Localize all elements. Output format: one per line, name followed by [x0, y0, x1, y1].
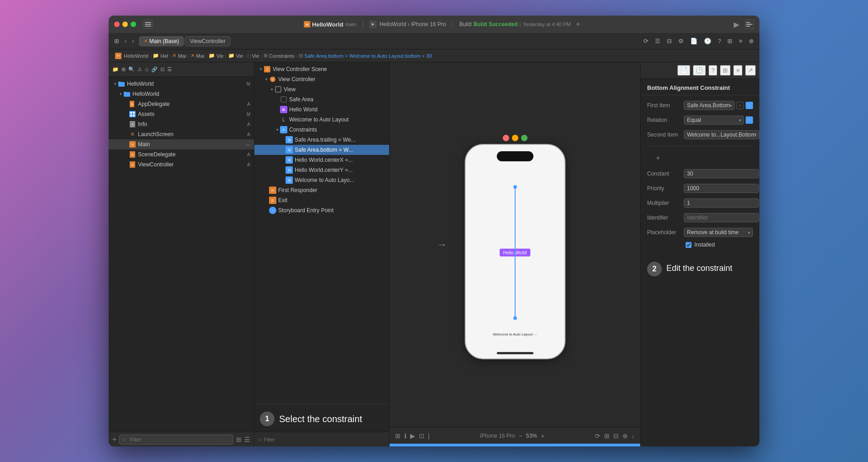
settings-button[interactable]: ⚙: [676, 37, 686, 45]
close-button[interactable]: [114, 22, 120, 27]
nav-forward-button[interactable]: ›: [130, 37, 136, 45]
doc-button[interactable]: 📄: [688, 37, 699, 45]
filter-more-button[interactable]: ☰: [244, 436, 250, 443]
sb-item-entry-point[interactable]: → Storyboard Entry Point: [254, 205, 389, 215]
phone-toolbar-dot-green[interactable]: [521, 135, 527, 141]
sb-item-scene[interactable]: ▾ S View Controller Scene: [254, 64, 389, 74]
rp-icon2[interactable]: 🕐: [693, 65, 706, 76]
nav-back-button[interactable]: ‹: [123, 37, 128, 45]
canvas-icon-2[interactable]: ℹ: [404, 432, 407, 440]
sidebar-item-appdelegate[interactable]: S AppDelegate A: [109, 99, 254, 109]
rp-icon4[interactable]: ⊞: [720, 65, 731, 76]
filter-options-button[interactable]: ⊞: [236, 436, 242, 443]
rp-icon3[interactable]: ?: [709, 65, 717, 76]
canvas-bottom-icon2[interactable]: ⊞: [604, 432, 610, 440]
first-item-clear-btn[interactable]: ○: [736, 102, 744, 109]
grid-view-button[interactable]: ⊞: [112, 37, 121, 45]
first-item-select[interactable]: Safe Area.Bottom: [684, 101, 735, 110]
second-item-select[interactable]: Welcome to...Layout.Bottom: [684, 130, 759, 139]
sidebar-item-assets[interactable]: Assets M: [109, 109, 254, 119]
minimize-button[interactable]: [122, 22, 128, 27]
sb-item-view[interactable]: ▾ View: [254, 84, 389, 94]
sb-item-welcome-constraint[interactable]: ⊟ Welcome to Auto Layo...: [254, 175, 389, 185]
form-row-second-item: Second Item Welcome to...Layout.Bottom +: [647, 129, 753, 140]
rp-icon5[interactable]: ≡: [733, 65, 742, 76]
storyboard-filter-input[interactable]: [264, 437, 385, 442]
sidebar-toolbar-icon6[interactable]: 🔗: [151, 66, 158, 72]
list-view-button[interactable]: ☰: [653, 37, 662, 45]
sidebar-item-scenedelegate[interactable]: S SceneDelegate A: [109, 149, 254, 160]
sb-item-constraints[interactable]: ▾ ≡ Constraints: [254, 125, 389, 135]
placeholder-select[interactable]: Remove at build time: [684, 228, 753, 237]
sb-item-first-responder[interactable]: R First Responder: [254, 185, 389, 195]
canvas-main[interactable]: →: [390, 62, 640, 427]
add-build-button[interactable]: +: [573, 20, 582, 29]
canvas-bottom-icon5[interactable]: ↓: [632, 432, 635, 440]
sb-item-welcome[interactable]: L Welcome to Auto Layout: [254, 115, 389, 125]
priority-input[interactable]: 1000: [684, 184, 759, 193]
sidebar-item-viewcontroller[interactable]: S ViewController A: [109, 160, 254, 170]
filter-button[interactable]: ⊟: [665, 37, 674, 45]
sidebar-toolbar-icon2[interactable]: ⊞: [121, 66, 126, 72]
zoom-in-button[interactable]: +: [541, 432, 544, 440]
sidebar-toggle-icon[interactable]: [143, 20, 153, 29]
sidebar-item-info[interactable]: i Info A: [109, 119, 254, 129]
canvas-icon-1[interactable]: ⊞: [395, 432, 401, 440]
first-item-info-btn[interactable]: +: [746, 102, 753, 109]
phone-toolbar-dot-orange[interactable]: [512, 135, 518, 141]
constraint-line-vertical: [515, 185, 516, 320]
relation-select[interactable]: Equal: [684, 116, 744, 125]
sb-item-exit[interactable]: E Exit: [254, 195, 389, 205]
constant-input[interactable]: 30: [684, 169, 759, 178]
sb-item-helloworld[interactable]: B Hello World: [254, 104, 389, 115]
maximize-button[interactable]: [131, 22, 136, 27]
sb-item-bottom[interactable]: ⊟ Safe Area.bottom = W...: [254, 145, 389, 155]
sidebar-toolbar-icon7[interactable]: ⊡: [160, 66, 165, 72]
sb-item-centery[interactable]: ⊟ Hello World.centerY =...: [254, 165, 389, 175]
breadcrumb-helloworld[interactable]: HelloWorld: [124, 53, 148, 59]
canvas-icon-4[interactable]: ⊡: [419, 432, 424, 440]
arrow-right: →: [437, 239, 447, 251]
right-panel-icon1[interactable]: ⊞: [725, 37, 734, 45]
sidebar-toolbar-icon1[interactable]: 📁: [112, 66, 119, 72]
right-panel-icon2[interactable]: ≡: [737, 37, 744, 45]
zoom-out-button[interactable]: −: [519, 432, 522, 440]
sidebar-toolbar-icon5[interactable]: ◇: [145, 66, 148, 72]
tab-close-icon[interactable]: ✕: [144, 38, 148, 44]
canvas-bottom-icon3[interactable]: ⊟: [613, 432, 619, 440]
identifier-input[interactable]: [684, 213, 759, 222]
tab-viewcontroller[interactable]: ViewController: [185, 36, 231, 46]
sidebar-toolbar-icon3[interactable]: 🔍: [128, 66, 135, 72]
sb-item-vc[interactable]: ▾ V View Controller: [254, 74, 389, 84]
tab-main-base[interactable]: ✕ Main (Base): [139, 36, 184, 46]
sidebar-item-main[interactable]: S Main —: [109, 139, 254, 149]
right-panel-icon3[interactable]: ⊗: [747, 37, 756, 45]
sidebar-item-helloworld-sub[interactable]: ▾ HelloWorld: [109, 89, 254, 99]
sb-item-centerx[interactable]: ⊟ Hello World.centerX =...: [254, 155, 389, 165]
clock-button[interactable]: 🕐: [702, 37, 713, 45]
title-bar-right: ▶: [734, 20, 754, 29]
canvas-bottom-icon1[interactable]: ⟳: [595, 432, 600, 440]
sidebar-item-helloworld-root[interactable]: ▾ HelloWorld M: [109, 79, 254, 89]
filter-input[interactable]: [127, 436, 230, 443]
sidebar-toolbar-icon8[interactable]: ☰: [167, 66, 172, 72]
panel-toggle-button[interactable]: [745, 20, 754, 29]
play-button[interactable]: ▶: [734, 20, 739, 29]
canvas-icon-3[interactable]: ▶: [410, 432, 415, 440]
relation-info-btn[interactable]: +: [746, 116, 753, 124]
canvas-icon-5[interactable]: |: [428, 432, 430, 440]
help-button[interactable]: ?: [716, 37, 723, 45]
sb-item-trailing[interactable]: ⊟ Safe Area.trailing = We...: [254, 135, 389, 145]
add-file-button[interactable]: +: [112, 435, 116, 444]
add-constraint-btn[interactable]: +: [654, 154, 663, 163]
rp-icon1[interactable]: 📄: [677, 65, 690, 76]
sb-item-safearea[interactable]: Safe Area: [254, 94, 389, 104]
refresh-button[interactable]: ⟳: [642, 37, 650, 45]
phone-toolbar-dot-red[interactable]: [503, 135, 509, 141]
sidebar-toolbar-icon4[interactable]: ⚠: [137, 66, 142, 72]
multiplier-input[interactable]: 1: [684, 198, 759, 208]
sidebar-item-launchscreen[interactable]: ✕ LaunchScreen A: [109, 129, 254, 139]
rp-icon6[interactable]: ↗: [745, 65, 756, 76]
installed-checkbox[interactable]: [686, 242, 692, 248]
canvas-bottom-icon4[interactable]: ⊕: [622, 432, 628, 440]
